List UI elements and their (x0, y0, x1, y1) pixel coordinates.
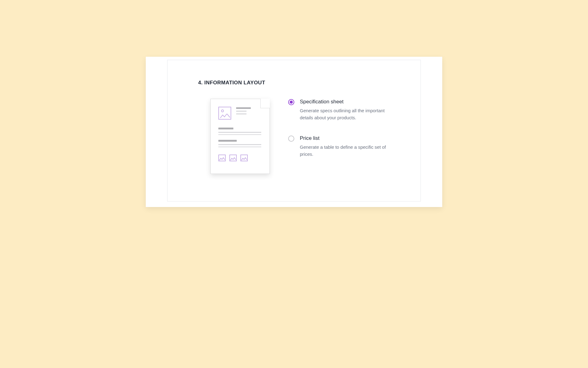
option-label: Price list (300, 135, 389, 141)
option-price-list[interactable]: Price list Generate a table to define a … (288, 135, 389, 158)
preview-thumb-icon (218, 155, 226, 161)
option-label: Specification sheet (300, 99, 389, 105)
option-description: Generate a table to define a specific se… (300, 144, 389, 158)
preview-section-1 (218, 128, 263, 135)
layout-options: Specification sheet Generate specs outli… (288, 99, 389, 172)
section-title: 4. INFORMATION LAYOUT (198, 80, 390, 86)
preview-section-2 (218, 140, 263, 147)
settings-panel: 4. INFORMATION LAYOUT (146, 57, 442, 207)
section-content: Specification sheet Generate specs outli… (198, 99, 390, 174)
preview-image-icon (218, 107, 231, 120)
option-specification-sheet[interactable]: Specification sheet Generate specs outli… (288, 99, 389, 121)
layout-preview (210, 99, 270, 174)
preview-header-row (218, 107, 263, 120)
radio-price-list[interactable] (288, 136, 294, 142)
preview-thumb-icon (229, 155, 237, 161)
step-card: 4. INFORMATION LAYOUT (167, 60, 421, 201)
preview-thumbnails (218, 155, 263, 161)
preview-thumb-icon (240, 155, 248, 161)
radio-specification-sheet[interactable] (288, 99, 294, 105)
preview-title-lines (236, 107, 251, 114)
option-description: Generate specs outlining all the importa… (300, 107, 389, 121)
preview-inner (218, 107, 263, 168)
